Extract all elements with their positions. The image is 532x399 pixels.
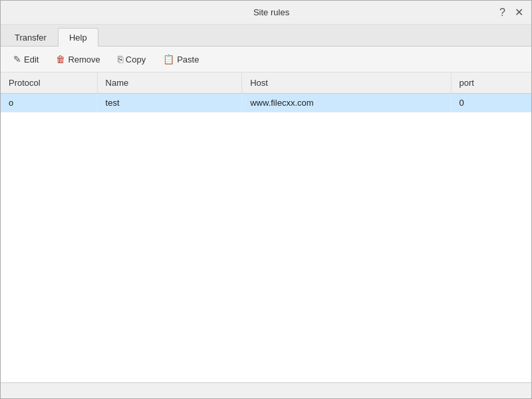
col-header-name: Name bbox=[97, 72, 242, 94]
title-bar: Site rules ? ✕ bbox=[1, 1, 531, 25]
col-header-port: port bbox=[451, 72, 531, 94]
table-header-row: Protocol Name Host port bbox=[1, 72, 531, 94]
title-bar-controls: ? ✕ bbox=[497, 5, 526, 20]
close-icon[interactable]: ✕ bbox=[512, 5, 526, 20]
cell-host: www.filecxx.com bbox=[242, 94, 451, 112]
col-header-host: Host bbox=[242, 72, 451, 94]
copy-icon: ⎘ bbox=[118, 54, 123, 65]
help-icon[interactable]: ? bbox=[497, 5, 508, 20]
edit-button[interactable]: ✎ Edit bbox=[6, 51, 46, 68]
edit-icon: ✎ bbox=[13, 54, 21, 65]
site-rules-table: Protocol Name Host port otestwww.filecxx… bbox=[1, 72, 531, 112]
remove-icon: 🗑 bbox=[56, 54, 65, 65]
table-row[interactable]: otestwww.filecxx.com0 bbox=[1, 94, 531, 112]
tab-help[interactable]: Help bbox=[58, 28, 98, 47]
window: Site rules ? ✕ Transfer Help ✎ Edit 🗑 Re… bbox=[0, 0, 532, 399]
copy-button[interactable]: ⎘ Copy bbox=[110, 51, 153, 68]
tab-bar: Transfer Help bbox=[1, 25, 531, 47]
cell-protocol: o bbox=[1, 94, 97, 112]
cell-name: test bbox=[97, 94, 242, 112]
table-container: Protocol Name Host port otestwww.filecxx… bbox=[1, 72, 531, 382]
paste-button[interactable]: 📋 Paste bbox=[156, 51, 206, 68]
window-title: Site rules bbox=[46, 7, 497, 17]
toolbar: ✎ Edit 🗑 Remove ⎘ Copy 📋 Paste bbox=[1, 47, 531, 72]
status-bar bbox=[1, 382, 531, 398]
cell-port: 0 bbox=[451, 94, 531, 112]
paste-icon: 📋 bbox=[163, 54, 174, 65]
col-header-protocol: Protocol bbox=[1, 72, 97, 94]
remove-button[interactable]: 🗑 Remove bbox=[49, 51, 107, 68]
tab-transfer[interactable]: Transfer bbox=[3, 28, 58, 47]
